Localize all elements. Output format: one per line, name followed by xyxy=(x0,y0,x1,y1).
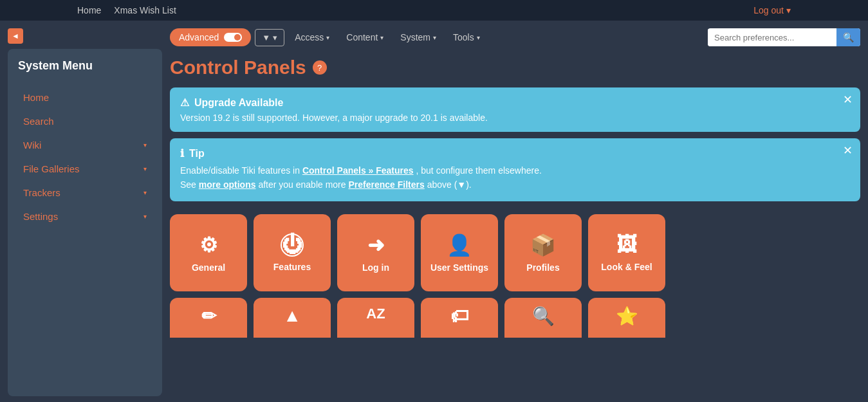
text-icon: AZ xyxy=(366,306,385,322)
filter-icon: ▼ xyxy=(262,33,270,42)
sidebar-toggle-icon[interactable]: ◄ System Menu Home Search Wiki ▾ File Ga… xyxy=(8,28,162,396)
nav-system-button[interactable]: System ▾ xyxy=(394,29,443,46)
panel-grid-row1: ⚙ General ⏻ Features ➜ Log in 👤 User Set… xyxy=(170,214,860,291)
wiki-arrow-icon: ▾ xyxy=(143,142,147,149)
panel-general[interactable]: ⚙ General xyxy=(170,214,247,291)
top-nav-links: Home Xmas Wish List xyxy=(77,5,176,15)
nav-home-link[interactable]: Home xyxy=(77,5,101,15)
filter-button[interactable]: ▼ ▾ xyxy=(255,29,284,46)
look-feel-icon: 🖼 xyxy=(616,233,637,257)
search-button[interactable]: 🔍 xyxy=(836,28,860,46)
control-panels-link[interactable]: Control Panels » Features xyxy=(302,165,414,176)
sidebar-item-home[interactable]: Home xyxy=(18,86,152,109)
search-box: 🔍 xyxy=(708,28,860,46)
settings-arrow-icon: ▾ xyxy=(143,213,147,220)
sidebar-item-wiki[interactable]: Wiki ▾ xyxy=(18,133,152,157)
logout-button[interactable]: Log out ▾ xyxy=(753,5,791,15)
info-icon: ℹ xyxy=(180,147,184,160)
sidebar-item-trackers[interactable]: Trackers ▾ xyxy=(18,181,152,205)
panel-profiles[interactable]: 📦 Profiles xyxy=(504,214,582,291)
panel-upload[interactable]: ▲ xyxy=(254,298,331,338)
nav-access-button[interactable]: Access ▾ xyxy=(288,29,336,46)
tag-icon: 🏷 xyxy=(450,306,468,327)
warning-icon: ⚠ xyxy=(180,96,189,109)
panel-grid-row2: ✏ ▲ AZ 🏷 🔍 ⭐ xyxy=(170,298,860,338)
sidebar-item-file-galleries[interactable]: File Galleries ▾ xyxy=(18,157,152,181)
panel-search2[interactable]: 🔍 xyxy=(504,298,582,338)
panel-star[interactable]: ⭐ xyxy=(588,298,665,338)
tip-alert-close-button[interactable]: ✕ xyxy=(843,143,853,158)
trackers-arrow-icon: ▾ xyxy=(143,189,147,196)
file-galleries-arrow-icon: ▾ xyxy=(143,165,147,172)
upgrade-alert-text: Version 19.2 is still supported. However… xyxy=(180,113,835,123)
general-icon: ⚙ xyxy=(199,233,218,257)
help-icon[interactable]: ? xyxy=(313,60,327,75)
content-area: Advanced ▼ ▾ Access ▾ Content ▾ System ▾ xyxy=(170,28,860,396)
upgrade-alert-title: ⚠ Upgrade Available xyxy=(180,96,835,109)
user-settings-icon: 👤 xyxy=(447,233,472,257)
filter-dropdown-icon: ▾ xyxy=(273,33,277,42)
login-icon: ➜ xyxy=(367,233,385,257)
star-icon: ⭐ xyxy=(616,306,638,327)
search-input[interactable] xyxy=(708,29,836,46)
access-arrow-icon: ▾ xyxy=(326,34,329,41)
panel-features[interactable]: ⏻ Features xyxy=(254,214,331,291)
panel-user-settings[interactable]: 👤 User Settings xyxy=(421,214,498,291)
upload-icon: ▲ xyxy=(283,306,301,326)
sidebar-title: System Menu xyxy=(18,59,152,73)
more-options-link[interactable]: more options xyxy=(199,179,256,190)
upgrade-alert-close-button[interactable]: ✕ xyxy=(843,93,853,107)
tools-arrow-icon: ▾ xyxy=(477,34,480,41)
chevron-down-icon: ▾ xyxy=(786,5,791,15)
system-arrow-icon: ▾ xyxy=(433,34,436,41)
nav-tools-button[interactable]: Tools ▾ xyxy=(447,29,486,46)
toggle-switch xyxy=(224,33,242,42)
tip-alert: ✕ ℹ Tip Enable/disable Tiki features in … xyxy=(170,138,860,201)
nav-content-button[interactable]: Content ▾ xyxy=(340,29,390,46)
tip-alert-title: ℹ Tip xyxy=(180,147,835,160)
page-title: Control Panels xyxy=(170,57,306,78)
upgrade-alert: ✕ ⚠ Upgrade Available Version 19.2 is st… xyxy=(170,87,860,132)
search2-icon: 🔍 xyxy=(532,306,555,327)
page-title-area: Control Panels ? xyxy=(170,57,860,78)
panel-edit[interactable]: ✏ xyxy=(170,298,247,338)
profiles-icon: 📦 xyxy=(530,233,556,257)
preference-filters-link[interactable]: Preference Filters xyxy=(348,179,424,190)
edit-icon: ✏ xyxy=(201,306,216,327)
panel-look-feel[interactable]: 🖼 Look & Feel xyxy=(588,214,665,291)
sidebar: System Menu Home Search Wiki ▾ File Gall… xyxy=(8,49,162,396)
advanced-toggle-button[interactable]: Advanced xyxy=(170,28,251,46)
features-icon: ⏻ xyxy=(281,233,304,257)
tip-alert-text: Enable/disable Tiki features in Control … xyxy=(180,163,835,192)
sidebar-item-search[interactable]: Search xyxy=(18,109,152,133)
top-nav: Home Xmas Wish List Log out ▾ xyxy=(0,0,868,21)
sidebar-item-settings[interactable]: Settings ▾ xyxy=(18,205,152,228)
panel-text[interactable]: AZ xyxy=(337,298,414,338)
panel-login[interactable]: ➜ Log in xyxy=(337,214,414,291)
nav-wishlist-link[interactable]: Xmas Wish List xyxy=(114,5,176,15)
content-arrow-icon: ▾ xyxy=(380,34,383,41)
secondary-nav: Advanced ▼ ▾ Access ▾ Content ▾ System ▾ xyxy=(170,28,860,46)
panel-tag[interactable]: 🏷 xyxy=(421,298,498,338)
